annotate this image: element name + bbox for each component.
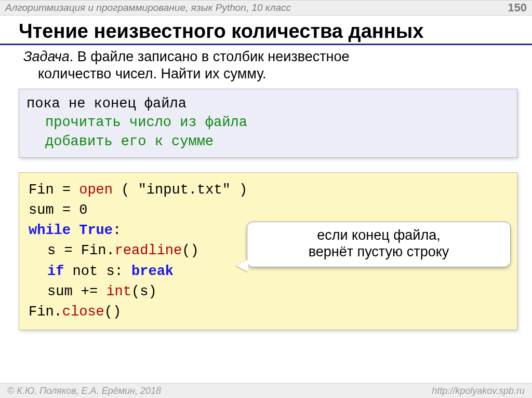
- task-line1: . В файле записано в столбик неизвестное: [70, 49, 350, 64]
- code-line2: sum = 0: [29, 200, 510, 221]
- task-line2: количество чисел. Найти их сумму.: [23, 65, 513, 83]
- pseudo-line1: пока не конец файла: [26, 96, 187, 112]
- code-line1: Fin = open ( "input.txt" ): [29, 180, 510, 200]
- callout-line2: вернёт пустую строку: [309, 244, 449, 259]
- page-number: 150: [508, 1, 527, 15]
- pseudo-line3: добавить его к сумме: [26, 132, 510, 151]
- code-line7: Fin.close(): [29, 302, 510, 322]
- footer-url: http://kpolyakov.spb.ru: [432, 386, 525, 396]
- course-title: Алгоритмизация и программирование, язык …: [5, 2, 291, 13]
- callout-bubble: если конец файла, вернёт пустую строку: [247, 222, 511, 267]
- task-label: Задача: [23, 49, 70, 64]
- pseudo-line2: прочитать число из файла: [26, 113, 510, 132]
- task-text: Задача. В файле записано в столбик неизв…: [0, 46, 532, 83]
- callout-tail-icon: [236, 259, 248, 272]
- slide: Алгоритмизация и программирование, язык …: [0, 0, 532, 398]
- slide-title: Чтение неизвестного количества данных: [0, 16, 532, 45]
- pseudocode-box: пока не конец файла прочитать число из ф…: [19, 89, 517, 158]
- footer-copyright: © К.Ю. Поляков, Е.А. Ерёмин, 2018: [7, 386, 161, 396]
- code-line6: sum += int(s): [29, 282, 510, 302]
- callout-line1: если конец файла,: [317, 227, 440, 243]
- header-bar: Алгоритмизация и программирование, язык …: [0, 0, 532, 16]
- code-box: Fin = open ( "input.txt" ) sum = 0 while…: [19, 172, 517, 330]
- footer-bar: © К.Ю. Поляков, Е.А. Ерёмин, 2018 http:/…: [0, 383, 532, 398]
